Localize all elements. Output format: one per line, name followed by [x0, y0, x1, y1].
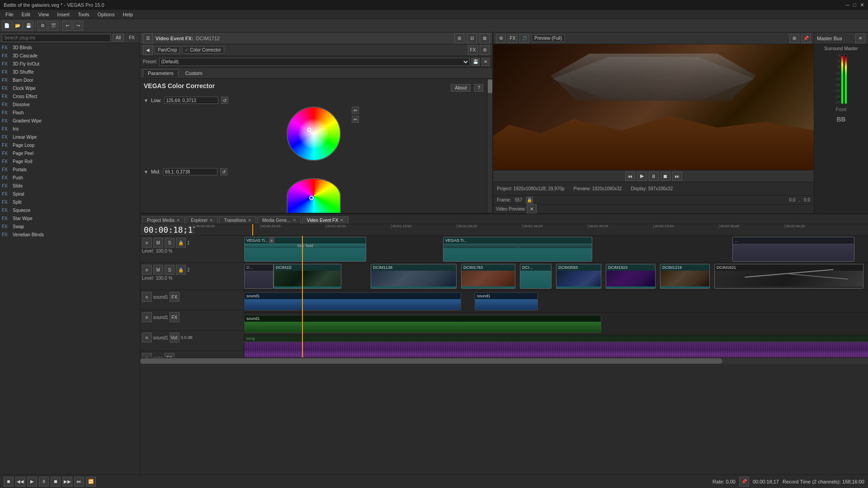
track-fx-song[interactable]: FX	[165, 353, 175, 357]
minimize-button[interactable]: ─	[845, 2, 849, 8]
preview-snap-button[interactable]: 📌	[801, 34, 811, 43]
track-fx-a2[interactable]: FX	[170, 312, 179, 322]
track-expand-2[interactable]: ≡	[142, 265, 152, 275]
menu-item-file[interactable]: File	[2, 11, 17, 18]
transport-next-frame[interactable]: ▶▶	[62, 477, 72, 487]
audio-clip-3[interactable]: sound1	[244, 315, 601, 333]
fx-chain-arrow[interactable]: ◀	[143, 45, 153, 55]
fx-chain-corrector[interactable]: ✓ Color Corrector	[182, 46, 224, 54]
video-clip-1a[interactable]: VEGAS Ti... ≡ Star field	[244, 237, 366, 262]
plugin-item-cross-effect[interactable]: FXCross Effect	[0, 92, 140, 100]
track-expand-1[interactable]: ≡	[142, 238, 152, 248]
preview-settings-button[interactable]: ⚙	[496, 34, 506, 43]
song-waveform[interactable]	[244, 342, 868, 357]
track-expand-song[interactable]: ≡	[142, 353, 152, 357]
fx-panel-menu-button[interactable]: ☰	[143, 33, 153, 43]
preview-eq-button[interactable]: 🎵	[519, 34, 529, 43]
plugin-item-spiral[interactable]: FXSpiral	[0, 190, 140, 198]
plugin-item-venetian-blinds[interactable]: FXVenetian Blinds	[0, 230, 140, 239]
menu-item-options[interactable]: Options	[94, 11, 118, 18]
fx-grid-view1[interactable]: ⊞	[454, 33, 464, 43]
video-clip-2b[interactable]: DCIM1l2	[274, 264, 341, 289]
fx-scroll-thumb[interactable]	[488, 80, 492, 93]
preview-grid-button[interactable]: ⊞	[789, 34, 799, 43]
timeline-scrollbar[interactable]	[140, 357, 868, 364]
help-button[interactable]: ?	[474, 84, 483, 92]
menu-item-edit[interactable]: Edit	[18, 11, 34, 18]
menu-item-help[interactable]: Help	[119, 11, 137, 18]
cc-mid-value[interactable]	[163, 168, 217, 175]
track-mute-2[interactable]: M	[153, 265, 163, 275]
new-button[interactable]: 📄	[2, 21, 12, 31]
track-mute-1[interactable]: M	[153, 238, 163, 248]
video-preview-close[interactable]: ✕	[527, 204, 537, 214]
plugin-item-gradient-wipe[interactable]: FXGradient Wipe	[0, 117, 140, 125]
save-button[interactable]: 💾	[24, 21, 33, 31]
timeline-scrollbar-thumb[interactable]	[140, 358, 722, 364]
plugin-item-star-wipe[interactable]: FXStar Wipe	[0, 214, 140, 222]
fx-grid-view2[interactable]: ⊟	[467, 33, 477, 43]
cc-low-eyedropper2[interactable]: ✏	[352, 116, 359, 123]
preview-fx-button[interactable]: FX	[508, 34, 518, 43]
track-expand-a2[interactable]: ≡	[142, 312, 152, 322]
plugin-item-flash[interactable]: FXFlash	[0, 108, 140, 117]
tab-parameters[interactable]: Parameters	[143, 69, 179, 77]
fx-chain-pancrop[interactable]: Pan/Crop	[155, 46, 180, 54]
bottom-tab-transitions[interactable]: Transitions✕	[219, 216, 256, 224]
maximize-button[interactable]: □	[853, 2, 856, 8]
fx-chain-settings[interactable]: ⚙	[480, 45, 490, 55]
preset-close-button[interactable]: ✕	[481, 58, 490, 66]
open-button[interactable]: 📂	[13, 21, 23, 31]
bottom-tab-video-event-fx[interactable]: Video Event FX✕	[302, 216, 349, 224]
menu-item-view[interactable]: View	[35, 11, 53, 18]
tab-close[interactable]: ✕	[340, 218, 344, 223]
render-button[interactable]: 🎬	[48, 21, 58, 31]
plugins-tab-fx[interactable]: FX	[126, 34, 138, 42]
track-lock-2[interactable]: 🔒	[176, 265, 186, 275]
track-solo-2[interactable]: S	[165, 265, 175, 275]
plugin-item-page-loop[interactable]: FXPage Loop	[0, 141, 140, 149]
play-end-button[interactable]: ⏭	[672, 172, 682, 181]
cc-low-eyedropper1[interactable]: ✏	[352, 107, 359, 114]
plugins-tab-all[interactable]: All	[113, 34, 124, 42]
plugin-item-3d-shuffle[interactable]: FX3D Shuffle	[0, 68, 140, 76]
plugin-item-slide[interactable]: FXSlide	[0, 182, 140, 190]
lock-button[interactable]: 🔒	[526, 197, 533, 204]
search-input[interactable]	[2, 34, 111, 42]
about-button[interactable]: About	[451, 84, 471, 92]
transport-play[interactable]: ▶	[27, 477, 37, 487]
plugin-item-clock-wipe[interactable]: FXClock Wipe	[0, 84, 140, 92]
stop-button[interactable]: ⏹	[660, 172, 670, 181]
transport-end[interactable]: ⏭	[74, 477, 84, 487]
undo-button[interactable]: ↩	[62, 21, 72, 31]
transport-stop[interactable]: ⏹	[51, 477, 61, 487]
video-clip-2f[interactable]: DCIM3583	[556, 264, 601, 289]
video-clip-2d[interactable]: DCIM1783	[461, 264, 515, 289]
transport-prev-frame[interactable]: ◀◀	[15, 477, 25, 487]
track-expand-a1[interactable]: ≡	[142, 292, 152, 302]
plugin-item-swap[interactable]: FXSwap	[0, 222, 140, 230]
plugin-item-dissolve[interactable]: FXDissolve	[0, 100, 140, 108]
redo-button[interactable]: ↪	[73, 21, 83, 31]
plugin-item-portals[interactable]: FXPortals	[0, 165, 140, 174]
transport-pause[interactable]: ⏸	[39, 477, 49, 487]
cc-mid-arrow[interactable]: ▼	[144, 169, 148, 174]
close-button[interactable]: ✕	[860, 2, 864, 8]
menu-item-insert[interactable]: Insert	[53, 11, 73, 18]
pause-button[interactable]: ⏸	[649, 172, 659, 181]
play-button[interactable]: ▶	[637, 172, 647, 181]
plugin-item-3d-fly-in/out[interactable]: FX3D Fly In/Out	[0, 60, 140, 68]
bottom-tab-explorer[interactable]: Explorer✕	[186, 216, 218, 224]
video-clip-1c[interactable]: ...	[732, 237, 854, 262]
audio-clip-1[interactable]: sound1	[244, 292, 461, 310]
fx-chain-fx-button[interactable]: FX	[468, 45, 478, 55]
video-clip-2a[interactable]: D...	[244, 264, 274, 289]
menu-item-tools[interactable]: Tools	[74, 11, 93, 18]
snap-btn[interactable]: 📌	[739, 477, 749, 487]
tab-close[interactable]: ✕	[248, 218, 251, 223]
cc-low-value[interactable]	[164, 97, 218, 104]
plugin-item-iris[interactable]: FXIris	[0, 125, 140, 133]
settings-button[interactable]: ⚙	[38, 21, 47, 31]
tab-close[interactable]: ✕	[176, 218, 180, 223]
plugin-item-linear-wipe[interactable]: FXLinear Wipe	[0, 133, 140, 141]
